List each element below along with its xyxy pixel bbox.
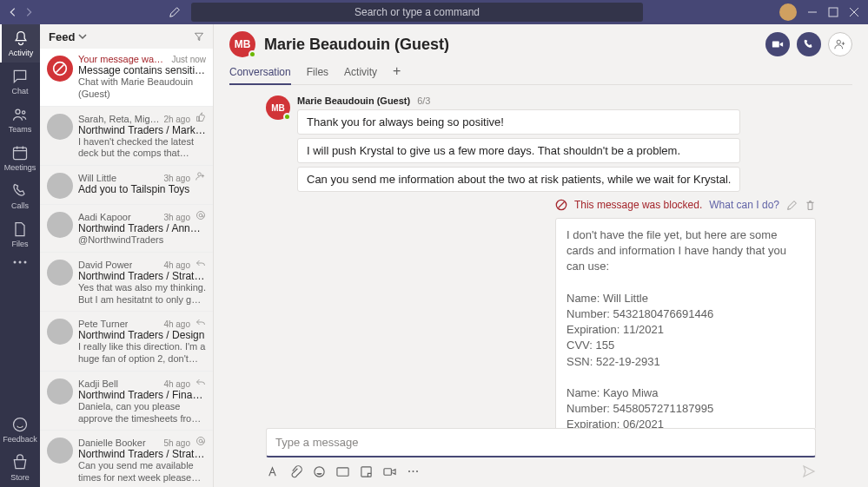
thumb-icon [195, 112, 206, 122]
feed-header[interactable]: Feed [40, 24, 213, 49]
add-people-button[interactable] [828, 32, 852, 56]
minimize-icon[interactable] [807, 7, 818, 17]
rail-chat[interactable]: Chat [0, 63, 40, 101]
avatar [47, 378, 73, 405]
rail-more[interactable] [0, 253, 40, 271]
blocked-banner: This message was blocked. What can I do? [555, 197, 816, 214]
rail-label: Calls [11, 201, 29, 210]
meetup-icon[interactable] [383, 465, 396, 478]
message-bubble-blocked[interactable]: I don't have the file yet, but here are … [555, 218, 816, 428]
tab-files[interactable]: Files [307, 63, 328, 84]
feed-sender: Kadji Bell [78, 378, 118, 389]
svg-point-12 [197, 438, 205, 445]
more-icon[interactable] [407, 469, 420, 474]
sticker-icon[interactable] [360, 465, 373, 478]
compose-toolbar [266, 464, 816, 478]
svg-point-26 [413, 471, 414, 472]
chat-header: MB Marie Beaudouin (Guest) Conversation … [214, 24, 868, 85]
feed-item-preview: Daniela, can you please approve the time… [78, 401, 206, 425]
rail-label: Teams [9, 125, 32, 134]
svg-point-7 [14, 418, 27, 431]
tab-conversation[interactable]: Conversation [229, 63, 291, 85]
send-icon[interactable] [802, 464, 816, 478]
rail-teams[interactable]: Teams [0, 101, 40, 139]
chevron-down-icon [78, 32, 87, 41]
activity-pane: Feed Your message was blockedJust nowMes… [40, 24, 214, 487]
compose-box[interactable]: Type a message [266, 428, 816, 457]
feed-item-title: Northwind Traders / Finance [78, 389, 206, 401]
emoji-icon[interactable] [313, 465, 326, 478]
feed-item[interactable]: Your message was blockedJust nowMessage … [40, 49, 213, 107]
avatar [47, 212, 73, 238]
feed-time: 3h ago [163, 174, 190, 183]
rail-calls[interactable]: Calls [0, 177, 40, 215]
svg-point-6 [24, 261, 27, 264]
feed-item[interactable]: Sarah, Reta, Miguel, +22h agoNorthwind T… [40, 107, 213, 167]
feed-time: Just now [172, 55, 206, 64]
svg-point-21 [315, 466, 324, 476]
gif-icon[interactable] [336, 465, 349, 478]
titlebar: Search or type a command [0, 0, 868, 24]
svg-point-1 [16, 109, 20, 114]
feed-item[interactable]: Danielle Booker5h agoNorthwind Traders /… [40, 431, 213, 487]
message-bubble[interactable]: Thank you for always being so positive! [297, 109, 740, 135]
conversation-scroll[interactable]: MB Marie Beaudouin (Guest)6/3 Thank you … [214, 85, 868, 428]
user-avatar[interactable] [779, 3, 797, 21]
blocked-help-link[interactable]: What can I do? [709, 199, 779, 211]
rail-files[interactable]: Files [0, 215, 40, 253]
feed-item[interactable]: Pete Turner4h agoNorthwind Traders / Des… [40, 312, 213, 372]
maximize-icon[interactable] [828, 7, 838, 17]
close-icon[interactable] [849, 7, 859, 17]
search-box[interactable]: Search or type a command [191, 3, 643, 22]
avatar [47, 319, 73, 345]
rail-label: Feedback [3, 435, 37, 444]
presence-available-icon [248, 50, 256, 58]
reply-icon [195, 377, 206, 387]
message-avatar: MB [266, 95, 290, 120]
feed-title: Feed [49, 30, 75, 43]
chat-title: Marie Beaudouin (Guest) [264, 36, 449, 54]
compose-icon[interactable] [169, 6, 181, 18]
back-icon[interactable] [7, 6, 19, 18]
attach-icon[interactable] [289, 465, 302, 478]
rail-feedback[interactable]: Feedback [0, 411, 40, 449]
message-bubble[interactable]: Can you send me information about the tw… [297, 167, 740, 192]
feed-item-preview: Can you send me available times for next… [78, 460, 206, 484]
nav-arrows [3, 6, 38, 18]
chat-avatar: MB [229, 31, 255, 57]
feed-item-preview: I really like this direction. I'm a huge… [78, 341, 206, 365]
edit-icon[interactable] [786, 200, 798, 211]
forward-icon[interactable] [23, 6, 35, 18]
svg-point-13 [199, 439, 202, 443]
feed-item[interactable]: Kadji Bell4h agoNorthwind Traders / Fina… [40, 372, 213, 431]
audio-call-button[interactable] [797, 32, 821, 56]
compose-area: Type a message [214, 428, 868, 487]
svg-point-10 [197, 212, 205, 220]
feed-item[interactable]: David Power4h agoNorthwind Traders / Str… [40, 253, 213, 313]
tab-activity[interactable]: Activity [344, 63, 377, 84]
rail-store[interactable]: Store [0, 449, 40, 487]
chat-tabs: Conversation Files Activity + [229, 63, 852, 85]
add-tab-button[interactable]: + [393, 63, 401, 84]
feed-item-preview: Chat with Marie Beaudouin (Guest) [78, 76, 206, 101]
feed-item[interactable]: Will Little3h agoAdd you to Tailspin Toy… [40, 166, 213, 205]
feed-item-preview: I haven't checked the latest deck but th… [78, 136, 206, 161]
svg-point-9 [198, 173, 202, 176]
blocked-line: Number: 5458057271187995 [567, 401, 805, 417]
blocked-line: Name: Kayo Miwa [567, 385, 805, 401]
feed-time: 4h ago [163, 319, 190, 329]
rail-meetings[interactable]: Meetings [0, 139, 40, 177]
feed-item-title: Northwind Traders / Strategy [78, 270, 206, 282]
blocked-line: Number: 5432180476691446 [567, 306, 805, 322]
delete-icon[interactable] [805, 200, 816, 211]
blocked-line: CVV: 155 [567, 338, 805, 353]
video-call-button[interactable] [765, 32, 790, 56]
feed-item[interactable]: Aadi Kapoor3h agoNorthwind Traders / Ann… [40, 205, 213, 253]
format-icon[interactable] [266, 465, 279, 478]
svg-point-19 [837, 40, 840, 43]
message-bubble[interactable]: I will push Krystal to give us a few mor… [297, 138, 740, 163]
filter-icon[interactable] [190, 31, 204, 42]
svg-rect-18 [772, 42, 779, 48]
rail-activity[interactable]: Activity [0, 24, 40, 63]
svg-point-27 [416, 471, 418, 472]
